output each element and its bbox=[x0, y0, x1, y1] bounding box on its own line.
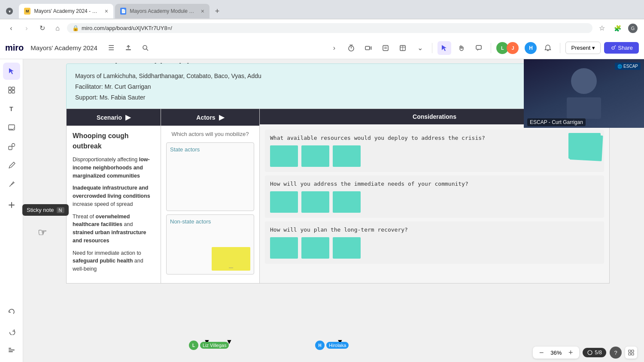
tool-shapes[interactable] bbox=[3, 138, 20, 155]
nav-bar: ‹ › ↻ ⌂ 🔒 miro.com/app/board/uXjVKTr7UY8… bbox=[0, 19, 644, 37]
present-button[interactable]: Present ▾ bbox=[565, 42, 601, 54]
notification-button[interactable] bbox=[541, 41, 555, 55]
yellow-sticky-note: — bbox=[212, 247, 250, 271]
svg-rect-39 bbox=[632, 350, 634, 352]
scenario-name: Whooping cough outbreak bbox=[73, 131, 155, 151]
svg-rect-22 bbox=[12, 87, 15, 90]
scenario-desc2: Inadequate infrastructure and overcrowde… bbox=[73, 184, 155, 208]
stacked-sticky-group bbox=[568, 133, 601, 159]
page-indicator[interactable]: 5/8 bbox=[583, 348, 606, 357]
tool-grid[interactable] bbox=[3, 81, 20, 99]
actors-column-header: Actors ▶ bbox=[161, 109, 259, 126]
extensions-btn[interactable]: 🧩 bbox=[611, 22, 623, 34]
nav-forward-icon[interactable]: › bbox=[327, 41, 341, 55]
actors-question: Which actors will you mobilize? bbox=[166, 131, 254, 137]
docs-button[interactable] bbox=[379, 41, 392, 55]
svg-point-37 bbox=[588, 350, 592, 355]
select-tool[interactable] bbox=[437, 41, 451, 55]
consideration-q2-section: How will you address the immediate needs… bbox=[265, 175, 604, 218]
avatar-group: L J bbox=[496, 42, 519, 54]
refresh-button[interactable]: ↻ bbox=[36, 22, 48, 34]
non-state-actors-content: — bbox=[170, 226, 250, 261]
info-line-3: Support: Ms. Fabia Sauter bbox=[75, 92, 601, 103]
scenario-column-header: Scenario ▶ bbox=[67, 109, 161, 126]
forward-button[interactable]: › bbox=[21, 22, 33, 34]
sticky-q3-2 bbox=[301, 237, 329, 259]
fit-to-screen-button[interactable] bbox=[625, 347, 637, 359]
tab-bar: ▾ M Mayors' Academy 2024 - Miro × 📄 Mayo… bbox=[0, 0, 644, 19]
svg-marker-20 bbox=[9, 68, 14, 74]
tab-close-miro[interactable]: × bbox=[105, 8, 108, 15]
tool-redo[interactable] bbox=[3, 323, 20, 340]
svg-point-18 bbox=[612, 47, 614, 49]
considerations-column: Considerations What available resources … bbox=[260, 109, 609, 283]
help-button[interactable]: ? bbox=[610, 347, 622, 359]
non-state-actors-label: Non-state actors bbox=[170, 218, 250, 225]
svg-point-3 bbox=[143, 45, 147, 49]
more-button[interactable]: ⌄ bbox=[413, 41, 427, 55]
back-button[interactable]: ‹ bbox=[5, 22, 17, 34]
zoom-out-button[interactable]: − bbox=[537, 348, 546, 357]
main-menu-button[interactable]: ☰ bbox=[104, 41, 118, 55]
actors-column: Actors ▶ Which actors will you mobilize?… bbox=[161, 109, 260, 283]
avatar-j: J bbox=[507, 42, 519, 54]
zoom-percent: 36% bbox=[548, 350, 564, 356]
miro-app: miro Mayors' Academy 2024 ☰ › ⌄ bbox=[0, 37, 644, 362]
tool-add[interactable] bbox=[3, 196, 20, 214]
svg-rect-36 bbox=[9, 351, 13, 352]
timer-button[interactable] bbox=[344, 41, 358, 55]
comment-button[interactable] bbox=[472, 41, 486, 55]
svg-text:▾: ▾ bbox=[9, 9, 11, 14]
considerations-body: What available resources would you deplo… bbox=[260, 124, 609, 272]
tool-sticky[interactable] bbox=[3, 119, 20, 136]
canvas-area: T bbox=[0, 59, 644, 362]
address-bar[interactable]: 🔒 miro.com/app/board/uXjVKTr7UY8=/ bbox=[67, 23, 592, 33]
tool-select[interactable] bbox=[3, 63, 20, 80]
tab-close-module2[interactable]: × bbox=[201, 8, 204, 15]
profile-icon-btn[interactable]: G bbox=[627, 22, 639, 34]
miro-logo: miro bbox=[5, 43, 24, 53]
tool-settings[interactable] bbox=[3, 341, 20, 359]
hand-tool[interactable] bbox=[455, 41, 468, 55]
home-button[interactable]: ⌂ bbox=[52, 22, 64, 34]
tool-marker[interactable] bbox=[3, 176, 20, 193]
upload-button[interactable] bbox=[122, 41, 135, 55]
search-button[interactable] bbox=[139, 41, 152, 55]
svg-rect-38 bbox=[629, 350, 631, 352]
tool-undo[interactable] bbox=[3, 304, 20, 321]
table-button[interactable] bbox=[396, 41, 410, 55]
sticky-note-tooltip: Sticky note N bbox=[22, 204, 69, 216]
sticky-stack-front bbox=[568, 133, 601, 159]
state-actors-label: State actors bbox=[170, 146, 250, 153]
video-button[interactable] bbox=[361, 41, 375, 55]
main-canvas[interactable]: Scenario 1: Health Crisis Mayors of Lamk… bbox=[23, 59, 644, 362]
tab-miro[interactable]: M Mayors' Academy 2024 - Miro × bbox=[19, 4, 113, 18]
share-button[interactable]: Share bbox=[604, 42, 639, 54]
hirolaka-name-label: Hirolaka bbox=[326, 342, 349, 349]
escap-logo: 🌐 ESCAP bbox=[615, 63, 641, 70]
svg-rect-30 bbox=[9, 146, 12, 150]
svg-rect-23 bbox=[9, 90, 11, 93]
board-title: Mayors' Academy 2024 bbox=[30, 44, 97, 51]
new-tab-button[interactable]: + bbox=[211, 5, 223, 17]
q3-sticky-row bbox=[270, 237, 599, 259]
tab-module2[interactable]: 📄 Mayors Academy Module 2 Co... × bbox=[115, 4, 210, 18]
sticky-q2-3 bbox=[333, 191, 361, 213]
tool-pen[interactable] bbox=[3, 157, 20, 174]
actors-arrow-icon: ▶ bbox=[219, 113, 224, 121]
sticky-q1-3 bbox=[333, 145, 361, 167]
hirolaka-cursor: H Hirolaka bbox=[315, 341, 349, 350]
actors-body: Which actors will you mobilize? State ac… bbox=[161, 126, 259, 283]
video-overlay: 🌐 ESCAP ESCAP - Curt Garrigan bbox=[524, 59, 644, 128]
tool-text[interactable]: T bbox=[3, 100, 20, 118]
liz-avatar: L bbox=[189, 341, 198, 350]
zoom-control: − 36% + bbox=[533, 347, 579, 359]
zoom-in-button[interactable]: + bbox=[566, 348, 575, 357]
svg-rect-9 bbox=[383, 45, 388, 51]
sticky-q3-1 bbox=[270, 237, 298, 259]
svg-rect-35 bbox=[9, 348, 11, 349]
profile-btn[interactable]: ▾ bbox=[3, 5, 15, 17]
bookmark-btn[interactable]: ☆ bbox=[596, 22, 608, 34]
non-state-actors-section: Non-state actors — bbox=[166, 214, 254, 275]
sticky-q2-2 bbox=[301, 191, 329, 213]
